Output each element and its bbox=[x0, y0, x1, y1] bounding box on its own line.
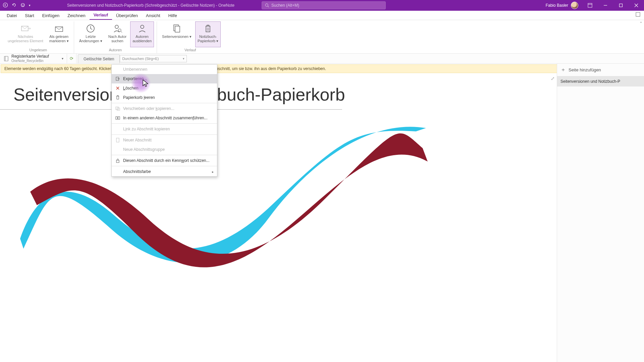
tab-hilfe[interactable]: Hilfe bbox=[164, 11, 181, 20]
page-versions-icon bbox=[171, 23, 182, 34]
notebook-name: Registerkarte Verlauf OneNote_RecycleBin bbox=[11, 54, 49, 62]
svg-point-19 bbox=[141, 25, 144, 28]
tab-überprüfen[interactable]: Überprüfen bbox=[112, 11, 142, 20]
ribbon-mail-next-button: Nächstes ungelesenes Element bbox=[5, 21, 46, 47]
titlebar-left-controls: ▾ bbox=[0, 2, 31, 9]
tab-datei[interactable]: Datei bbox=[3, 11, 21, 20]
mail-next-icon bbox=[20, 23, 31, 34]
sync-status-icon[interactable]: ⟳ bbox=[67, 54, 76, 63]
title-bar: ▾ Seitenversionen und Notizbuch-Papierko… bbox=[0, 0, 644, 11]
ctx-empty-recycle-bin[interactable]: Papierkorb leeren bbox=[112, 93, 217, 102]
ctx-section-color[interactable]: Abschnittsfarbe ▸ bbox=[112, 167, 217, 176]
svg-rect-32 bbox=[118, 117, 120, 119]
trash-icon bbox=[114, 95, 121, 100]
tab-einfügen[interactable]: Einfügen bbox=[38, 11, 63, 20]
page-list-panel: ＋ Seite hinzufügen Seitenversionen und N… bbox=[557, 64, 644, 362]
svg-rect-31 bbox=[116, 117, 117, 119]
ctx-export[interactable]: Exportieren... bbox=[112, 74, 217, 83]
svg-rect-21 bbox=[175, 26, 180, 32]
ribbon-page-versions-button[interactable]: Seitenversionen ▾ bbox=[160, 21, 194, 47]
ctx-delete[interactable]: Löschen bbox=[112, 83, 217, 93]
clock-icon bbox=[85, 23, 96, 34]
svg-rect-24 bbox=[4, 56, 8, 61]
account-button[interactable]: Fabio Basler bbox=[542, 2, 582, 9]
qat-dropdown-icon[interactable]: ▾ bbox=[29, 4, 31, 7]
undo-icon[interactable] bbox=[11, 2, 17, 9]
ctx-merge-section[interactable]: In einem anderen Abschnitt zusammenführe… bbox=[112, 113, 217, 123]
global-search-input[interactable] bbox=[271, 3, 383, 8]
svg-rect-12 bbox=[636, 12, 640, 16]
person-search-icon bbox=[112, 23, 123, 34]
decorative-wave-image bbox=[13, 115, 429, 269]
ribbon: Nächstes ungelesenes ElementAls gelesen … bbox=[0, 20, 644, 54]
chevron-down-icon: ▾ bbox=[62, 57, 63, 60]
tab-start[interactable]: Start bbox=[21, 11, 38, 20]
expand-page-icon[interactable]: ⤢ bbox=[551, 76, 555, 81]
ctx-copy-link: Link zu Abschnitt kopieren bbox=[112, 124, 217, 134]
user-name-label: Fabio Basler bbox=[546, 3, 568, 8]
delete-icon bbox=[114, 86, 121, 90]
maximize-button[interactable] bbox=[613, 0, 629, 11]
svg-rect-34 bbox=[116, 160, 119, 163]
ribbon-trash-button[interactable]: Notizbuch- Papierkorb ▾ bbox=[195, 21, 221, 47]
section-tab-deleted-pages[interactable]: Gelöschte Seiten bbox=[78, 54, 120, 63]
notebook-selector[interactable]: Registerkarte Verlauf OneNote_RecycleBin… bbox=[0, 54, 67, 63]
chevron-right-icon: ▸ bbox=[212, 170, 214, 174]
svg-line-5 bbox=[268, 6, 269, 7]
share-icon[interactable] bbox=[634, 10, 642, 20]
minimize-button[interactable] bbox=[598, 0, 613, 11]
svg-rect-33 bbox=[116, 138, 119, 142]
close-button[interactable] bbox=[629, 0, 644, 11]
ribbon-mail-read-button[interactable]: Als gelesen markieren ▾ bbox=[47, 21, 71, 47]
ribbon-clock-button[interactable]: Letzte Änderungen ▾ bbox=[77, 21, 105, 47]
section-bar: Registerkarte Verlauf OneNote_RecycleBin… bbox=[0, 54, 644, 64]
titlebar-right-controls: Fabio Basler bbox=[542, 0, 644, 11]
ribbon-group-label: Ungelesen bbox=[30, 47, 47, 53]
svg-point-16 bbox=[115, 25, 118, 28]
ctx-new-section: Neuer Abschnitt bbox=[112, 135, 217, 145]
svg-line-18 bbox=[121, 31, 122, 33]
collapse-ribbon-icon[interactable]: ˄ bbox=[640, 21, 642, 26]
chevron-down-icon: ▾ bbox=[183, 57, 184, 60]
export-icon bbox=[114, 76, 121, 81]
touch-mode-icon[interactable] bbox=[20, 2, 25, 9]
ribbon-group-label: Autoren bbox=[109, 47, 122, 53]
page-canvas: ⤢ Seitenversionen und Notizbuch-Papierko… bbox=[0, 74, 557, 362]
tab-verlauf[interactable]: Verlauf bbox=[90, 10, 112, 20]
svg-point-3 bbox=[23, 4, 24, 5]
add-page-label: Seite hinzufügen bbox=[569, 67, 601, 72]
person-hide-icon bbox=[137, 23, 148, 34]
notebook-icon bbox=[3, 56, 9, 62]
svg-rect-6 bbox=[588, 3, 592, 7]
lock-icon bbox=[114, 158, 121, 163]
search-icon bbox=[265, 3, 269, 8]
global-search[interactable] bbox=[262, 1, 386, 9]
ctx-new-section-group: Neue Abschnittsgruppe bbox=[112, 145, 217, 154]
plus-icon: ＋ bbox=[560, 66, 566, 73]
ribbon-display-options-icon[interactable] bbox=[582, 0, 598, 11]
section-context-menu: Umbenennen Exportieren... Löschen Papier… bbox=[111, 64, 217, 177]
merge-icon bbox=[114, 116, 121, 120]
svg-point-4 bbox=[265, 4, 268, 6]
ribbon-person-hide-button[interactable]: Autoren ausblenden bbox=[130, 21, 154, 47]
svg-rect-9 bbox=[620, 4, 623, 7]
new-section-icon bbox=[114, 138, 121, 142]
search-pages-box[interactable]: Durchsuchen (Strg+E) ▾ bbox=[120, 55, 187, 62]
back-icon[interactable] bbox=[3, 2, 8, 9]
ctx-move-or-copy: Verschieben oder kopieren... bbox=[112, 104, 217, 113]
move-icon bbox=[114, 107, 121, 111]
info-bar: Elemente werden endgültig nach 60 Tagen … bbox=[1, 64, 642, 73]
tab-ansicht[interactable]: Ansicht bbox=[142, 11, 164, 20]
ctx-rename: Umbenennen bbox=[112, 65, 217, 74]
trash-icon bbox=[202, 23, 214, 34]
add-page-button[interactable]: ＋ Seite hinzufügen bbox=[557, 64, 644, 76]
search-pages-placeholder: Durchsuchen (Strg+E) bbox=[122, 57, 159, 61]
tab-zeichnen[interactable]: Zeichnen bbox=[63, 11, 89, 20]
ribbon-person-search-button[interactable]: Nach Autor suchen bbox=[106, 21, 129, 47]
page-list-item[interactable]: Seitenversionen und Notizbuch-P bbox=[557, 76, 644, 86]
ribbon-tabs: DateiStartEinfügenZeichnenVerlaufÜberprü… bbox=[0, 11, 644, 20]
svg-point-17 bbox=[118, 29, 121, 32]
ctx-password-protect[interactable]: Diesen Abschnitt durch ein Kennwort schü… bbox=[112, 156, 217, 165]
ribbon-group-label: Verlauf bbox=[184, 47, 196, 53]
avatar bbox=[571, 2, 578, 9]
